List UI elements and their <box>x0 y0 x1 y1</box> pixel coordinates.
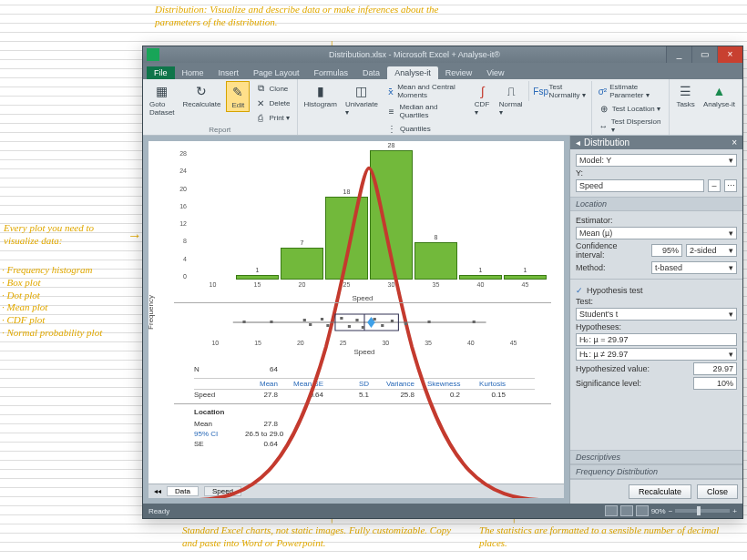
tab-review[interactable]: Review <box>438 66 480 79</box>
cdf-button[interactable]: ∫CDF ▾ <box>472 81 494 118</box>
view-layout-button[interactable] <box>620 505 633 516</box>
sig-input[interactable]: 10% <box>693 377 737 390</box>
histogram-chart[interactable]: 0481216202428 0171828811 101520253035404… <box>174 147 551 292</box>
section-location: Location <box>570 197 742 211</box>
group-label-report: Report <box>147 126 293 135</box>
ci-type-select[interactable]: 2-sided▾ <box>686 244 737 257</box>
hypothesis-checkbox[interactable]: ✓ <box>576 286 583 295</box>
svg-rect-9 <box>326 324 329 327</box>
annotation-plot-item: · Frequency histogram <box>2 264 129 277</box>
minimize-button[interactable]: _ <box>666 46 691 63</box>
sheet-data[interactable]: Data <box>167 486 199 496</box>
col-sd: SD <box>336 379 382 389</box>
svg-rect-6 <box>303 319 306 321</box>
section-descriptives[interactable]: Descriptives <box>570 450 742 464</box>
section-freq-dist[interactable]: Frequency Distribution <box>570 464 742 479</box>
svg-rect-5 <box>270 321 272 323</box>
mean-central-moments-button[interactable]: x̄Mean and Central Moments <box>384 81 469 101</box>
y-more-button[interactable]: ⋯ <box>724 179 737 192</box>
pencil-icon: ✎ <box>230 84 246 100</box>
histogram-bar: 7 <box>281 248 323 280</box>
test-location-button[interactable]: ⊕Test Location ▾ <box>596 101 666 116</box>
svg-rect-8 <box>321 318 323 321</box>
svg-rect-19 <box>473 321 476 323</box>
tasks-button[interactable]: ☰Tasks <box>673 81 697 110</box>
y-clear-button[interactable]: – <box>708 179 721 192</box>
pane-nav-icon[interactable]: ◂ <box>576 137 580 148</box>
tab-formulas[interactable]: Formulas <box>307 66 356 79</box>
svg-rect-13 <box>362 326 364 329</box>
svg-rect-7 <box>309 323 312 326</box>
tab-data[interactable]: Data <box>355 66 387 79</box>
row-label: Speed <box>194 390 245 400</box>
pane-recalculate-button[interactable]: Recalculate <box>629 484 691 499</box>
histogram-icon: ▮ <box>312 83 329 99</box>
zoom-out-button[interactable]: − <box>669 507 673 515</box>
test-select[interactable]: Student's t▾ <box>576 308 737 321</box>
col-variance: Variance <box>382 379 427 389</box>
zoom-slider[interactable] <box>675 509 730 513</box>
estimate-parameter-button[interactable]: σ²Estimate Parameter ▾ <box>596 81 666 101</box>
tab-file[interactable]: File <box>147 66 175 79</box>
delete-icon: ✕ <box>255 97 266 108</box>
median-quartiles-button[interactable]: ≡Median and Quartiles <box>384 101 469 121</box>
val-mean-se: 0.64 <box>291 390 336 400</box>
tab-insert[interactable]: Insert <box>211 66 247 79</box>
val-variance: 25.8 <box>382 390 427 400</box>
maximize-button[interactable]: ▭ <box>691 46 717 63</box>
test-normality-button[interactable]: FspTest Normality ▾ <box>533 81 588 101</box>
goto-dataset-button[interactable]: ▦Goto Dataset <box>147 81 178 118</box>
ribbon: ▦Goto Dataset ↻Recalculate ✎Edit ⧉Clone … <box>143 79 742 136</box>
svg-rect-12 <box>355 319 358 321</box>
recalculate-button[interactable]: ↻Recalculate <box>180 81 224 110</box>
h1-display[interactable]: H₁: µ ≠ 29.97▾ <box>576 348 737 361</box>
method-select[interactable]: t-based▾ <box>651 261 737 274</box>
tab-analyse-it[interactable]: Analyse-it <box>387 66 438 79</box>
model-select[interactable]: Model: Y▾ <box>576 154 737 167</box>
fsp-icon: Fsp <box>536 86 547 97</box>
sheet-nav-icon[interactable]: ◂◂ <box>154 487 161 495</box>
svg-rect-11 <box>348 325 351 328</box>
window-title: Distribution.xlsx - Microsoft Excel + An… <box>163 50 666 59</box>
histogram-bar: 8 <box>414 242 457 280</box>
sheet-speed[interactable]: Speed <box>204 486 241 496</box>
svg-rect-18 <box>427 321 430 323</box>
pane-close-icon[interactable]: × <box>732 137 737 148</box>
zoom-in-button[interactable]: + <box>732 507 737 515</box>
analyse-it-menu-button[interactable]: ▲Analyse-it <box>701 81 738 110</box>
pane-title: Distribution <box>584 137 728 148</box>
estimator-select[interactable]: Mean (µ)▾ <box>576 227 737 239</box>
sigma-icon: σ² <box>599 86 608 97</box>
view-break-button[interactable] <box>636 505 649 516</box>
test-dispersion-button[interactable]: ↔Test Dispersion ▾ <box>596 116 666 136</box>
annotation-left-title: Every plot you need to visualize data: <box>4 222 131 248</box>
delete-button[interactable]: ✕Delete <box>252 96 292 110</box>
ci-percent-input[interactable]: 95% <box>651 244 682 257</box>
svg-rect-14 <box>374 318 376 321</box>
edit-button[interactable]: ✎Edit <box>226 81 250 112</box>
task-pane: ◂ Distribution × Model: Y▾ Y: Speed–⋯ Lo… <box>569 136 742 504</box>
analyse-it-icon: ▲ <box>711 83 727 99</box>
svg-rect-15 <box>381 324 384 327</box>
print-button[interactable]: ⎙Print ▾ <box>252 110 292 125</box>
table-icon: ▦ <box>154 83 170 99</box>
tab-home[interactable]: Home <box>175 66 211 79</box>
univariate-button[interactable]: ◫Univariate ▾ <box>343 81 381 118</box>
quantiles-button[interactable]: ⋮Quantiles <box>384 121 469 136</box>
ci-label: Confidence interval: <box>576 241 648 260</box>
clone-button[interactable]: ⧉Clone <box>252 81 292 96</box>
tab-page-layout[interactable]: Page Layout <box>246 66 307 79</box>
close-button[interactable]: × <box>717 46 742 63</box>
y-field[interactable]: Speed <box>576 179 704 192</box>
normal-button[interactable]: ⎍Normal ▾ <box>496 81 526 118</box>
hypval-input[interactable]: 29.97 <box>693 362 737 375</box>
pane-close-button[interactable]: Close <box>697 484 738 499</box>
boxplot-chart[interactable]: 1015202530354045 Speed <box>174 302 551 361</box>
histogram-bar: 18 <box>325 197 368 280</box>
sig-label: Significance level: <box>576 379 690 388</box>
tab-view[interactable]: View <box>479 66 511 79</box>
histogram-button[interactable]: ▮Histogram <box>302 81 340 110</box>
y-label: Y: <box>576 168 737 178</box>
view-normal-button[interactable] <box>605 505 618 516</box>
n-value: 64 <box>245 364 291 374</box>
